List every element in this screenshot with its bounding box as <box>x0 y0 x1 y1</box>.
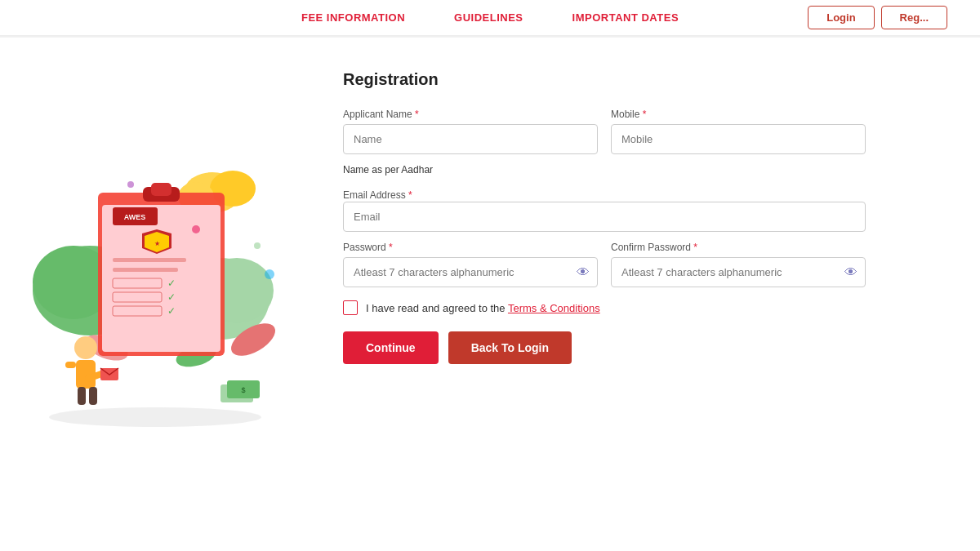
svg-rect-36 <box>89 387 97 405</box>
svg-text:✓: ✓ <box>167 305 176 317</box>
svg-rect-32 <box>65 362 76 368</box>
password-label: Password * <box>343 242 598 253</box>
nav-fee-information[interactable]: FEE INFORMATION <box>301 11 405 24</box>
email-group: Email Address * <box>343 187 866 232</box>
header-buttons: Login Reg... <box>808 6 947 29</box>
svg-rect-16 <box>151 183 172 196</box>
terms-row: I have read and agreed to the Terms & Co… <box>343 300 866 315</box>
svg-rect-24 <box>113 278 162 288</box>
header: FEE INFORMATION GUIDELINES IMPORTANT DAT… <box>0 0 980 36</box>
terms-checkbox[interactable] <box>343 300 358 315</box>
svg-point-42 <box>265 269 274 279</box>
confirm-password-wrapper: 👁 <box>611 257 866 287</box>
svg-rect-26 <box>113 292 162 302</box>
svg-point-40 <box>192 225 200 233</box>
svg-rect-23 <box>113 268 178 272</box>
password-toggle-icon[interactable]: 👁 <box>577 265 590 280</box>
registration-illustration: AWES ★ ✓ ✓ ✓ <box>24 111 286 438</box>
confirm-password-group: Confirm Password * 👁 <box>611 242 866 287</box>
main-nav: FEE INFORMATION GUIDELINES IMPORTANT DAT… <box>301 11 679 24</box>
password-group: Password * 👁 <box>343 242 598 287</box>
registration-form-area: Registration Applicant Name * Mobile * N… <box>310 70 898 478</box>
nav-guidelines[interactable]: GUIDELINES <box>454 11 523 24</box>
main-content: AWES ★ ✓ ✓ ✓ <box>0 38 980 511</box>
form-title: Registration <box>343 70 866 89</box>
terms-text: I have read and agreed to the Terms & Co… <box>366 302 600 314</box>
terms-link[interactable]: Terms & Conditions <box>508 302 600 314</box>
nav-important-dates[interactable]: IMPORTANT DATES <box>572 11 679 24</box>
confirm-password-toggle-icon[interactable]: 👁 <box>844 265 858 280</box>
mobile-label: Mobile * <box>611 109 866 120</box>
email-label: Email Address * <box>343 189 412 201</box>
mobile-group: Mobile * <box>611 109 866 154</box>
confirm-password-label: Confirm Password * <box>611 242 866 253</box>
confirm-password-input[interactable] <box>611 257 866 287</box>
register-button[interactable]: Reg... <box>881 6 947 29</box>
password-row: Password * 👁 Confirm Password * 👁 <box>343 242 866 287</box>
password-wrapper: 👁 <box>343 257 598 287</box>
svg-point-41 <box>127 181 134 188</box>
svg-rect-35 <box>78 387 86 405</box>
svg-point-30 <box>74 336 97 359</box>
continue-button[interactable]: Continue <box>343 331 439 364</box>
svg-text:✓: ✓ <box>167 291 176 303</box>
svg-point-8 <box>254 242 261 249</box>
mobile-input[interactable] <box>611 124 866 154</box>
name-mobile-row: Applicant Name * Mobile * <box>343 109 866 154</box>
email-input[interactable] <box>343 202 866 232</box>
svg-text:★: ★ <box>154 240 160 247</box>
svg-text:AWES: AWES <box>124 213 146 221</box>
svg-rect-28 <box>113 306 162 316</box>
applicant-name-label: Applicant Name * <box>343 109 598 120</box>
login-button[interactable]: Login <box>808 6 874 29</box>
password-input[interactable] <box>343 257 598 287</box>
svg-text:$: $ <box>241 386 245 394</box>
svg-point-43 <box>49 407 261 427</box>
svg-text:✓: ✓ <box>167 278 176 289</box>
name-hint: Name as per Aadhar <box>343 164 866 176</box>
action-buttons: Continue Back To Login <box>343 331 866 364</box>
applicant-name-group: Applicant Name * <box>343 109 598 154</box>
illustration-area: AWES ★ ✓ ✓ ✓ <box>0 70 310 478</box>
applicant-name-input[interactable] <box>343 124 598 154</box>
back-to-login-button[interactable]: Back To Login <box>448 331 572 364</box>
svg-rect-22 <box>113 258 186 262</box>
